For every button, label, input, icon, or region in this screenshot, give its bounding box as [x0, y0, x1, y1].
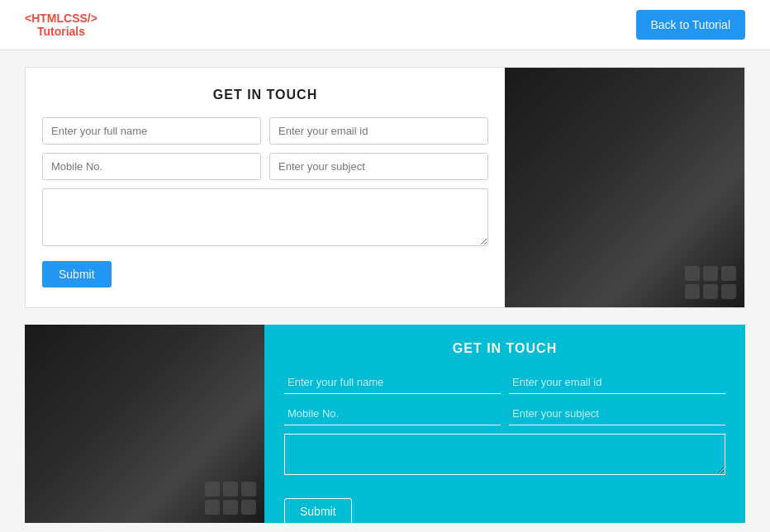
mobile-input-s2[interactable]	[284, 402, 501, 425]
form-row-name-email-s2	[284, 371, 725, 394]
logo: <HTMLCSS/> Tutorials	[25, 12, 97, 38]
mobile-input-s1[interactable]	[42, 153, 261, 180]
social-icon-s2-4	[205, 500, 220, 515]
social-icon-5	[703, 284, 718, 299]
social-icon-3	[721, 266, 736, 281]
social-icon-s2-6	[241, 500, 256, 515]
logo-sub: Tutorials	[25, 25, 97, 38]
address-card-s2: ADDRESS Flat No. 1122, Street No.11, Luc…	[25, 325, 264, 523]
logo-main: <HTMLCSS/>	[25, 12, 97, 25]
form-title-section1: GET IN TOUCH	[42, 88, 488, 102]
submit-button-s1[interactable]: Submit	[42, 261, 112, 287]
social-icon-2	[703, 266, 718, 281]
subject-input-s1[interactable]	[269, 153, 488, 180]
contact-form-section1: GET IN TOUCH Submit	[26, 68, 505, 307]
submit-button-s2[interactable]: Submit	[284, 498, 352, 525]
form-row-name-email	[42, 117, 488, 145]
social-icon-6	[721, 284, 736, 299]
social-icon-4	[685, 284, 700, 299]
email-input-s1[interactable]	[269, 117, 488, 145]
form-row-mobile-subject-s2	[284, 402, 725, 425]
social-icons-s2	[205, 482, 256, 515]
message-textarea-s2[interactable]	[284, 434, 725, 475]
social-icon-s2-5	[223, 500, 238, 515]
full-name-input-s2[interactable]	[284, 371, 501, 394]
address-card-s1: ADDRESS Flat No. 1122, Street No.11, Luc…	[505, 68, 744, 307]
form-title-s2: GET IN TOUCH	[284, 341, 725, 356]
section2: ADDRESS Flat No. 1122, Street No.11, Luc…	[25, 325, 745, 523]
main-content: GET IN TOUCH Submit ADDRESS Flat No. 112…	[0, 50, 770, 532]
contact-form-s2: GET IN TOUCH Submit	[264, 325, 745, 523]
subject-input-s2[interactable]	[509, 402, 725, 425]
logo-text: <HTMLCSS/> Tutorials	[25, 12, 97, 38]
social-icon-1	[685, 266, 700, 281]
form-row-mobile-subject	[42, 153, 488, 180]
message-textarea-s1[interactable]	[42, 188, 488, 246]
social-icon-s2-3	[241, 482, 256, 496]
email-input-s2[interactable]	[509, 371, 725, 394]
full-name-input-s1[interactable]	[42, 117, 261, 145]
back-to-tutorial-button[interactable]: Back to Tutorial	[636, 10, 746, 40]
social-icons-s1	[685, 266, 736, 299]
social-icon-s2-1	[205, 482, 220, 496]
section1: GET IN TOUCH Submit ADDRESS Flat No. 112…	[25, 67, 745, 308]
header: <HTMLCSS/> Tutorials Back to Tutorial	[0, 0, 770, 50]
social-icon-s2-2	[223, 482, 238, 496]
